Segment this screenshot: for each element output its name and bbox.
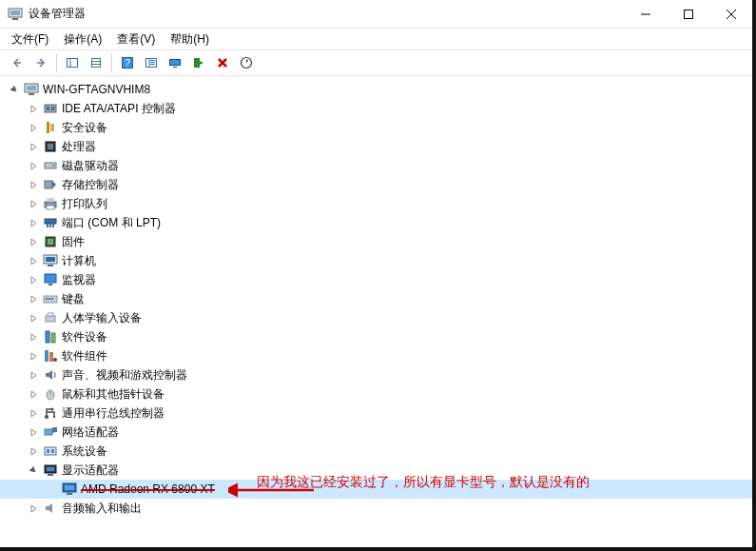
tree-category[interactable]: IDE ATA/ATAPI 控制器 bbox=[0, 99, 752, 118]
chevron-right-icon[interactable] bbox=[27, 178, 40, 191]
tree-label: 音频输入和输出 bbox=[62, 501, 142, 517]
chevron-right-icon[interactable] bbox=[27, 197, 40, 210]
mouse-icon bbox=[42, 386, 59, 402]
tree-category[interactable]: 监视器 bbox=[0, 270, 752, 289]
show-hide-console-button[interactable] bbox=[61, 52, 84, 73]
uninstall-device-button[interactable] bbox=[211, 52, 234, 73]
menu-action[interactable]: 操作(A) bbox=[58, 30, 107, 49]
chevron-right-icon[interactable] bbox=[27, 502, 40, 515]
tree-category[interactable]: 磁盘驱动器 bbox=[0, 156, 752, 175]
tree-label: 处理器 bbox=[62, 139, 96, 155]
svg-rect-62 bbox=[45, 350, 48, 362]
tree-category[interactable]: 系统设备 bbox=[0, 442, 752, 461]
chevron-right-icon[interactable] bbox=[27, 102, 40, 115]
hid-icon bbox=[42, 310, 59, 325]
tree-root[interactable]: WIN-GFTAGNVHIM8 bbox=[0, 80, 752, 99]
tree-category[interactable]: 端口 (COM 和 LPT) bbox=[0, 213, 752, 232]
printer-icon bbox=[42, 196, 59, 211]
display-icon bbox=[42, 462, 59, 478]
chevron-right-icon[interactable] bbox=[27, 273, 40, 286]
back-button[interactable] bbox=[6, 52, 29, 73]
tree-device-gpu[interactable]: AMD Radeon RX 6800 XT bbox=[0, 480, 752, 499]
svg-rect-75 bbox=[51, 449, 54, 453]
usb-icon bbox=[42, 405, 59, 421]
tree-category[interactable]: 软件组件 bbox=[0, 346, 752, 365]
chevron-right-icon[interactable] bbox=[27, 311, 40, 325]
svg-rect-53 bbox=[45, 274, 56, 283]
chevron-right-icon[interactable] bbox=[27, 159, 40, 172]
tree-category[interactable]: 网络适配器 bbox=[0, 423, 752, 442]
menu-help[interactable]: 帮助(H) bbox=[165, 30, 215, 49]
tree-category[interactable]: 固件 bbox=[0, 232, 752, 251]
port-icon bbox=[42, 215, 59, 230]
chevron-right-icon[interactable] bbox=[27, 330, 40, 344]
svg-rect-4 bbox=[684, 10, 692, 19]
tree-label: 声音、视频和游戏控制器 bbox=[62, 367, 187, 384]
tree-category[interactable]: 人体学输入设备 bbox=[0, 308, 752, 327]
svg-point-69 bbox=[51, 408, 54, 411]
tree-category[interactable]: 处理器 bbox=[0, 137, 752, 156]
chevron-right-icon[interactable] bbox=[27, 140, 40, 153]
svg-rect-60 bbox=[46, 331, 49, 343]
tree-category[interactable]: 键盘 bbox=[0, 289, 752, 308]
device-tree[interactable]: WIN-GFTAGNVHIM8 IDE ATA/ATAPI 控制器安全设备处理器… bbox=[0, 76, 752, 547]
svg-point-67 bbox=[45, 415, 48, 419]
properties-button[interactable] bbox=[85, 52, 107, 73]
help-button[interactable]: ? bbox=[116, 52, 139, 73]
svg-point-39 bbox=[52, 165, 54, 167]
chevron-down-icon[interactable] bbox=[27, 463, 40, 477]
svg-rect-54 bbox=[48, 284, 52, 285]
svg-rect-46 bbox=[49, 224, 51, 227]
close-button[interactable] bbox=[709, 0, 752, 29]
chevron-right-icon[interactable] bbox=[27, 349, 40, 363]
enable-device-button[interactable] bbox=[187, 52, 210, 73]
chevron-right-icon[interactable] bbox=[27, 292, 40, 305]
tree-category[interactable]: 声音、视频和游戏控制器 bbox=[0, 365, 752, 384]
svg-rect-80 bbox=[65, 485, 74, 490]
tree-category[interactable]: 存储控制器 bbox=[0, 175, 752, 194]
chevron-right-icon[interactable] bbox=[27, 121, 40, 134]
chevron-right-icon[interactable] bbox=[27, 406, 40, 420]
tree-category[interactable]: 软件设备 bbox=[0, 327, 752, 346]
svg-rect-59 bbox=[46, 316, 55, 322]
forward-button[interactable] bbox=[29, 52, 52, 73]
chevron-right-icon[interactable] bbox=[27, 387, 40, 401]
svg-rect-22 bbox=[170, 60, 180, 65]
scan-hardware-button[interactable] bbox=[235, 52, 258, 73]
update-driver-button[interactable] bbox=[164, 52, 186, 73]
svg-rect-19 bbox=[150, 62, 155, 63]
softcomp-icon bbox=[42, 348, 59, 364]
tree-category[interactable]: 打印队列 bbox=[0, 194, 752, 213]
toolbar-separator bbox=[56, 53, 57, 72]
svg-rect-35 bbox=[50, 124, 54, 131]
menu-view[interactable]: 查看(V) bbox=[111, 30, 161, 49]
tree-category[interactable]: 音频输入和输出 bbox=[0, 499, 752, 518]
chevron-right-icon[interactable] bbox=[27, 216, 40, 229]
svg-rect-74 bbox=[47, 449, 49, 453]
maximize-button[interactable] bbox=[667, 0, 709, 29]
tree-label: 显示适配器 bbox=[62, 462, 119, 479]
svg-rect-24 bbox=[194, 58, 200, 68]
tree-category[interactable]: 鼠标和其他指针设备 bbox=[0, 384, 752, 403]
svg-rect-81 bbox=[67, 493, 72, 495]
tree-category[interactable]: 通用串行总线控制器 bbox=[0, 403, 752, 423]
details-button[interactable] bbox=[140, 52, 163, 73]
tree-label: 人体学输入设备 bbox=[62, 310, 142, 326]
chevron-right-icon[interactable] bbox=[27, 235, 40, 248]
minimize-button[interactable] bbox=[624, 0, 667, 29]
tree-category[interactable]: 显示适配器 bbox=[0, 461, 752, 480]
svg-rect-58 bbox=[51, 298, 53, 300]
tree-category[interactable]: 安全设备 bbox=[0, 118, 752, 137]
chevron-right-icon[interactable] bbox=[27, 254, 40, 267]
toolbar: ? bbox=[0, 49, 752, 76]
tree-label: 软件组件 bbox=[62, 348, 107, 364]
tree-label: 端口 (COM 和 LPT) bbox=[62, 215, 161, 231]
tree-category[interactable]: 计算机 bbox=[0, 251, 752, 270]
tree-label: 系统设备 bbox=[62, 443, 107, 460]
chevron-right-icon[interactable] bbox=[27, 444, 40, 458]
tree-label: 计算机 bbox=[62, 253, 96, 269]
menu-file[interactable]: 文件(F) bbox=[6, 30, 54, 49]
chevron-down-icon[interactable] bbox=[8, 83, 21, 96]
chevron-right-icon[interactable] bbox=[27, 425, 40, 439]
chevron-right-icon[interactable] bbox=[27, 368, 40, 382]
